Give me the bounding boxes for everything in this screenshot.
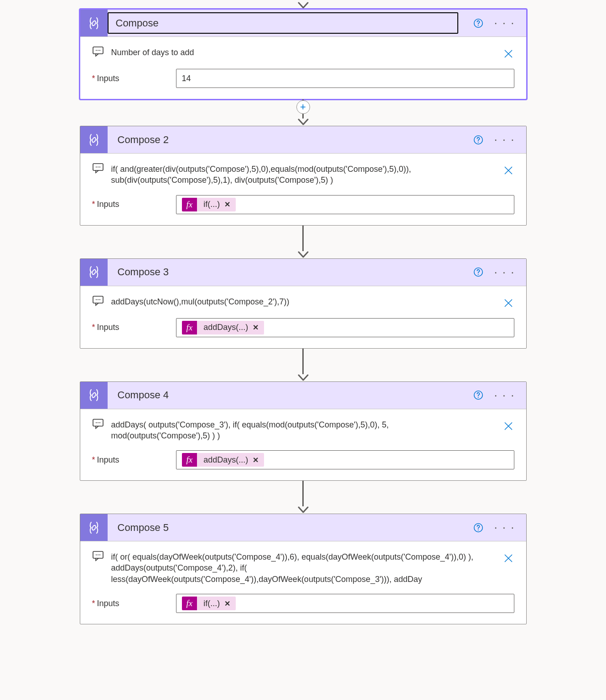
expression-token-text-wrap: addDays(...)✕ — [197, 321, 264, 335]
more-menu-icon[interactable]: · · · — [494, 20, 515, 26]
help-icon[interactable] — [473, 134, 484, 145]
remove-token-icon[interactable]: ✕ — [224, 599, 230, 608]
card-title[interactable]: Compose 4 — [108, 382, 462, 409]
comment-row: if( or( equals(dayOfWeek(outputs('Compos… — [80, 541, 526, 586]
input-label: *Inputs — [92, 599, 165, 608]
required-mark: * — [92, 74, 95, 83]
comment-row: addDays( outputs('Compose_3'), if( equal… — [80, 409, 526, 443]
card-actions: · · · — [462, 259, 526, 286]
inputs-field[interactable]: fxaddDays(...)✕ — [176, 318, 514, 337]
action-card-compose[interactable]: Compose 4· · ·addDays( outputs('Compose_… — [80, 381, 527, 481]
input-label: *Inputs — [92, 74, 165, 83]
svg-point-2 — [478, 25, 479, 26]
input-row: *Inputsfxif(...)✕ — [80, 187, 526, 214]
more-menu-icon[interactable]: · · · — [494, 525, 515, 530]
svg-point-21 — [91, 392, 96, 398]
compose-icon — [80, 10, 108, 36]
card-header[interactable]: Compose 4· · · — [80, 382, 526, 409]
card-header[interactable]: Compose 3· · · — [80, 259, 526, 286]
expression-token[interactable]: fxif(...)✕ — [182, 198, 236, 211]
action-card-compose[interactable]: Compose· · ·Number of days to add*Inputs… — [80, 9, 527, 99]
insert-step-button[interactable]: + — [296, 100, 310, 114]
help-icon[interactable] — [473, 267, 484, 278]
expression-token-text-wrap: if(...)✕ — [197, 597, 236, 610]
fx-icon: fx — [182, 453, 197, 467]
remove-token-icon[interactable]: ✕ — [253, 456, 259, 464]
action-card-compose[interactable]: Compose 3· · ·addDays(utcNow(),mul(outpu… — [80, 258, 527, 349]
svg-point-34 — [99, 555, 100, 556]
comment-text[interactable]: addDays(utcNow(),mul(outputs('Compose_2'… — [111, 295, 490, 307]
card-body: addDays( outputs('Compose_3'), if( equal… — [80, 409, 526, 481]
inputs-value[interactable]: 14 — [182, 74, 191, 83]
input-row: *InputsfxaddDays(...)✕ — [80, 442, 526, 469]
comment-icon — [92, 163, 104, 174]
card-actions: · · · — [462, 382, 526, 409]
delete-comment-icon[interactable] — [502, 418, 514, 432]
card-header[interactable]: Compose 5· · · — [80, 514, 526, 541]
svg-point-26 — [97, 422, 98, 423]
help-icon[interactable] — [473, 522, 484, 533]
card-title[interactable]: Compose 3 — [108, 259, 462, 286]
expression-token[interactable]: fxif(...)✕ — [182, 597, 236, 610]
comment-text[interactable]: Number of days to add — [111, 46, 490, 58]
help-icon[interactable] — [473, 18, 484, 29]
svg-point-16 — [478, 274, 479, 275]
svg-point-33 — [97, 555, 98, 556]
input-row: *Inputsfxif(...)✕ — [80, 586, 526, 613]
comment-text[interactable]: if( and(greater(div(outputs('Compose'),5… — [111, 163, 490, 186]
action-card-compose[interactable]: Compose 2· · ·if( and(greater(div(output… — [80, 126, 527, 226]
card-header[interactable]: Compose· · · — [80, 10, 526, 37]
svg-point-5 — [97, 50, 98, 51]
input-label-text: Inputs — [97, 323, 119, 332]
svg-point-4 — [95, 50, 96, 51]
action-card-compose[interactable]: Compose 5· · ·if( or( equals(dayOfWeek(o… — [80, 514, 527, 624]
delete-comment-icon[interactable] — [502, 295, 514, 309]
fx-icon: fx — [182, 597, 197, 610]
comment-text[interactable]: if( or( equals(dayOfWeek(outputs('Compos… — [111, 551, 490, 585]
svg-point-19 — [97, 299, 98, 300]
remove-token-icon[interactable]: ✕ — [253, 323, 259, 332]
connector — [297, 226, 309, 258]
inputs-field[interactable]: fxaddDays(...)✕ — [176, 450, 514, 469]
svg-point-0 — [91, 20, 96, 26]
comment-row: if( and(greater(div(outputs('Compose'),5… — [80, 154, 526, 187]
comment-row: Number of days to add — [80, 37, 526, 61]
input-row: *InputsfxaddDays(...)✕ — [80, 310, 526, 337]
delete-comment-icon[interactable] — [502, 551, 514, 564]
inputs-field[interactable]: fxif(...)✕ — [176, 594, 514, 613]
card-title[interactable]: Compose 5 — [108, 514, 462, 541]
svg-point-28 — [91, 525, 96, 530]
input-label-text: Inputs — [97, 455, 119, 464]
more-menu-icon[interactable]: · · · — [494, 269, 515, 275]
expression-token[interactable]: fxaddDays(...)✕ — [182, 453, 264, 467]
remove-token-icon[interactable]: ✕ — [224, 200, 230, 209]
card-body: if( and(greater(div(outputs('Compose'),5… — [80, 154, 526, 225]
input-label-text: Inputs — [97, 599, 119, 608]
expression-token[interactable]: fxaddDays(...)✕ — [182, 321, 264, 335]
delete-comment-icon[interactable] — [502, 46, 514, 60]
help-icon[interactable] — [473, 390, 484, 401]
svg-point-20 — [99, 299, 100, 300]
card-title[interactable]: Compose 2 — [108, 126, 462, 153]
arrow-down-icon — [297, 506, 309, 514]
expression-token-text: if(...) — [203, 599, 220, 608]
comment-text[interactable]: addDays( outputs('Compose_3'), if( equal… — [111, 418, 490, 442]
delete-comment-icon[interactable] — [502, 163, 514, 176]
card-header[interactable]: Compose 2· · · — [80, 126, 526, 154]
svg-point-27 — [99, 422, 100, 423]
expression-token-text: addDays(...) — [203, 455, 248, 465]
card-actions: · · · — [462, 126, 526, 153]
inputs-field[interactable]: fxif(...)✕ — [176, 195, 514, 214]
arrow-down-icon — [297, 118, 309, 126]
svg-point-9 — [478, 142, 479, 143]
input-row: *Inputs14 — [80, 61, 526, 88]
svg-point-6 — [99, 50, 100, 51]
more-menu-icon[interactable]: · · · — [494, 137, 515, 143]
inputs-field[interactable]: 14 — [176, 69, 514, 88]
more-menu-icon[interactable]: · · · — [494, 392, 515, 398]
input-label: *Inputs — [92, 455, 165, 465]
card-title-input[interactable]: Compose — [108, 12, 459, 34]
input-label-text: Inputs — [97, 74, 119, 83]
arrow-down-icon — [297, 374, 309, 381]
card-body: Number of days to add*Inputs14 — [80, 37, 526, 99]
